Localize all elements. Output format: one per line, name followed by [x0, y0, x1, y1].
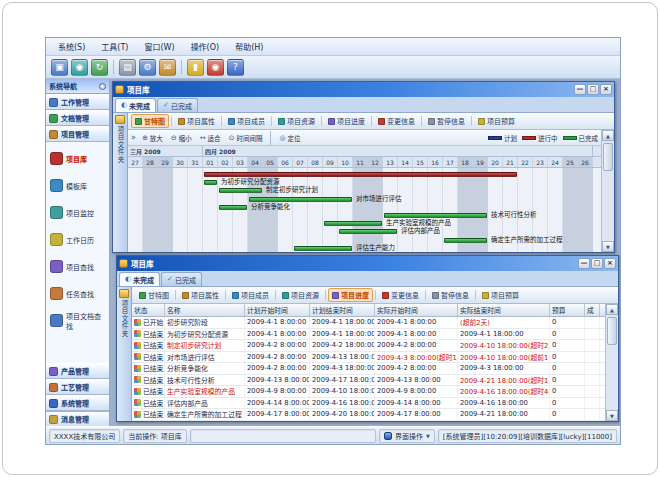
settings-icon[interactable]: ⚙: [139, 59, 156, 76]
sidebar-group-process-management[interactable]: 工艺管理: [46, 379, 109, 395]
close-button[interactable]: ×: [604, 258, 616, 269]
table-header-cell[interactable]: 实际结束时间: [458, 304, 550, 316]
sidebar-group-project-management[interactable]: 项目管理: [46, 126, 109, 142]
sidebar-group-document-management[interactable]: 文档管理: [46, 110, 109, 126]
restore-button[interactable]: □: [591, 258, 603, 269]
sidebar-group-system-management[interactable]: 系统管理: [46, 395, 109, 411]
gantt-bar[interactable]: [219, 188, 262, 193]
section-tab-pause-info[interactable]: 暂停信息: [424, 114, 469, 128]
mail-icon[interactable]: ✉: [159, 59, 176, 76]
scroll-thumb[interactable]: [607, 317, 617, 345]
table-row[interactable]: 已开始初步研究阶段2009-4-1 8:00:002009-4-1 18:00:…: [132, 317, 605, 329]
menu-item[interactable]: 系统(S): [50, 40, 93, 53]
menu-item[interactable]: 操作(O): [183, 40, 228, 53]
table-header-cell[interactable]: 预算: [550, 304, 585, 316]
menu-item[interactable]: 帮助(H): [227, 40, 271, 53]
table-row[interactable]: 已结束分析竞争能化2009-4-2 8:00:002009-4-3 18:00:…: [132, 363, 605, 375]
window-titlebar[interactable]: 项目库 —□×: [113, 82, 614, 97]
sidebar-item-project-search[interactable]: 项目查找: [48, 253, 107, 280]
sidebar-item-project-library[interactable]: 项目库: [48, 145, 107, 172]
sidebar-item-project-monitor[interactable]: 项目监控: [48, 199, 107, 226]
view-tab-unfinished[interactable]: ◐未完成: [115, 98, 156, 112]
status-mode-dropdown[interactable]: 界面操作 ▼: [379, 429, 435, 443]
minimize-button[interactable]: —: [574, 84, 586, 95]
power-icon[interactable]: ◉: [207, 59, 224, 76]
section-tab-change-info[interactable]: 变更信息: [378, 288, 423, 302]
sidebar-item-project-doc-search[interactable]: 项目文档查找: [48, 307, 107, 334]
scroll-thumb[interactable]: [603, 143, 613, 171]
section-tab-change-info[interactable]: 变更信息: [374, 114, 419, 128]
sidebar-item-task-search[interactable]: 任务查找: [48, 280, 107, 307]
scroll-down-arrow[interactable]: ▼: [606, 410, 618, 421]
view-tab-unfinished[interactable]: ◐未完成: [119, 272, 160, 286]
system-window-icon[interactable]: ▣: [51, 59, 68, 76]
section-tab-project-resources[interactable]: 项目资源: [274, 114, 319, 128]
gantt-bar[interactable]: [249, 197, 352, 202]
vertical-scrollbar[interactable]: ▲ ▼: [601, 130, 614, 252]
table-row[interactable]: 已结束确定生产所需的加工过程2009-4-17 8:00:002009-4-20…: [132, 409, 605, 421]
table-row[interactable]: 已结束对市场进行评估2009-4-2 8:00:002009-4-13 18:0…: [132, 352, 605, 364]
sidebar-item-template-library[interactable]: 模板库: [48, 172, 107, 199]
table-header-cell[interactable]: 计划结束时间: [310, 304, 375, 316]
sidebar-item-work-calendar[interactable]: 工作日历: [48, 226, 107, 253]
section-tab-project-properties[interactable]: 项目属性: [174, 114, 219, 128]
menu-item[interactable]: 窗口(W): [136, 40, 182, 53]
section-tab-project-members[interactable]: 项目成员: [228, 288, 273, 302]
gantt-button-fit[interactable]: ↔适合: [198, 133, 223, 143]
section-tab-project-progress[interactable]: 项目进度: [328, 288, 373, 302]
vertical-scrollbar[interactable]: ▲ ▼: [605, 304, 618, 421]
pushpin-icon[interactable]: [99, 83, 106, 90]
section-tab-project-budget[interactable]: 项目预算: [474, 114, 519, 128]
section-tab-project-progress[interactable]: 项目进度: [324, 114, 369, 128]
gantt-button-locate[interactable]: ◎定位: [277, 133, 302, 143]
menu-item[interactable]: 工具(T): [93, 40, 136, 53]
help-icon[interactable]: ?: [227, 59, 244, 76]
gantt-bar[interactable]: [204, 172, 517, 177]
section-tab-gantt-chart[interactable]: 甘特图: [135, 288, 173, 302]
table-header-cell[interactable]: 成: [585, 304, 600, 316]
minimize-button[interactable]: —: [578, 258, 590, 269]
table-header-cell[interactable]: 实际开始时间: [375, 304, 458, 316]
print-icon[interactable]: ▤: [119, 59, 136, 76]
sidebar-group-product-management[interactable]: 产品管理: [46, 363, 109, 379]
section-tab-project-budget[interactable]: 项目预算: [478, 288, 523, 302]
lock-icon[interactable]: ▮: [187, 59, 204, 76]
table-row[interactable]: 已结束评估内部产品2009-4-14 8:00:002009-4-16 18:0…: [132, 398, 605, 410]
close-button[interactable]: ×: [600, 84, 612, 95]
table-row[interactable]: 已结束为初步研究分配资源2009-4-1 8:00:002009-4-1 18:…: [132, 329, 605, 341]
section-tab-project-resources[interactable]: 项目资源: [278, 288, 323, 302]
gantt-bar[interactable]: [219, 205, 247, 210]
sidebar-group-work-management[interactable]: 工作管理: [46, 94, 109, 110]
gantt-bar[interactable]: [444, 238, 487, 243]
gantt-button-zoom-out[interactable]: ⊖缩小: [169, 133, 194, 143]
table-header-cell[interactable]: 名称: [165, 304, 245, 316]
table-row[interactable]: 已结束制定初步研究计划2009-4-2 8:00:002009-4-2 18:0…: [132, 340, 605, 352]
section-tab-pause-info[interactable]: 暂停信息: [428, 288, 473, 302]
section-tab-project-properties[interactable]: 项目属性: [178, 288, 223, 302]
gantt-bar[interactable]: [294, 246, 352, 251]
scroll-down-arrow[interactable]: ▼: [602, 241, 614, 252]
refresh-icon[interactable]: ↻: [91, 59, 108, 76]
table-header-cell[interactable]: 状态: [132, 304, 165, 316]
scroll-up-arrow[interactable]: ▲: [602, 130, 614, 141]
gantt-bar[interactable]: [324, 221, 382, 226]
table-header-cell[interactable]: 计划开始时间: [245, 304, 310, 316]
gantt-button-time-interval[interactable]: ⊙时间间隔: [227, 133, 265, 143]
overflow-chevron-icon[interactable]: »: [131, 133, 136, 142]
table-row[interactable]: 已结束技术可行性分析2009-4-13 8:00:002009-4-17 18:…: [132, 375, 605, 387]
sidebar-tab-message-management[interactable]: 消息管理: [46, 411, 109, 426]
view-tab-finished[interactable]: ✓已完成: [157, 98, 198, 112]
folder-panel-tab[interactable]: 项目文件夹: [117, 287, 132, 421]
gantt-bar[interactable]: [339, 229, 397, 234]
section-tab-gantt-chart[interactable]: 甘特图: [131, 114, 169, 128]
gantt-button-zoom-in[interactable]: ⊕放大: [140, 133, 165, 143]
restore-button[interactable]: □: [587, 84, 599, 95]
scroll-up-arrow[interactable]: ▲: [606, 304, 618, 315]
window-titlebar[interactable]: 项目库 —□×: [117, 256, 618, 271]
gantt-bar[interactable]: [384, 213, 487, 218]
globe-icon[interactable]: ◉: [71, 59, 88, 76]
table-row[interactable]: 已结束生产实验室规模的产品2009-4-9 8:00:002009-4-10 1…: [132, 386, 605, 398]
gantt-bar[interactable]: [204, 180, 217, 185]
view-tab-finished[interactable]: ✓已完成: [161, 272, 202, 286]
section-tab-project-members[interactable]: 项目成员: [224, 114, 269, 128]
